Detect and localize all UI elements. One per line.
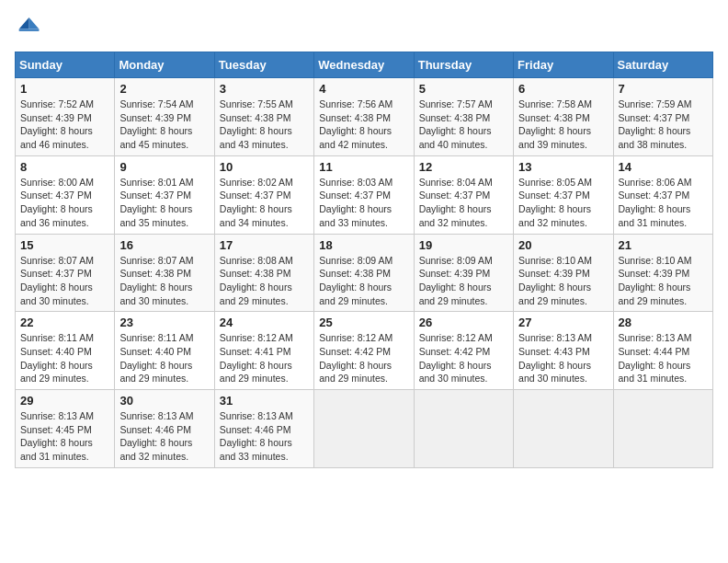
day-number: 29 [20, 394, 109, 408]
day-number: 31 [220, 394, 309, 408]
header-thursday: Thursday [414, 52, 513, 78]
calendar-cell: 13Sunrise: 8:05 AMSunset: 4:37 PMDayligh… [514, 155, 613, 234]
calendar-cell: 8Sunrise: 8:00 AMSunset: 4:37 PMDaylight… [16, 155, 115, 234]
cell-info: Sunrise: 8:13 AMSunset: 4:44 PMDaylight:… [619, 331, 708, 385]
header-sunday: Sunday [16, 52, 115, 78]
day-number: 6 [518, 82, 608, 96]
calendar-cell: 14Sunrise: 8:06 AMSunset: 4:37 PMDayligh… [613, 155, 712, 234]
calendar-cell [613, 390, 712, 468]
calendar-cell: 20Sunrise: 8:10 AMSunset: 4:39 PMDayligh… [514, 234, 613, 312]
calendar-week-3: 15Sunrise: 8:07 AMSunset: 4:37 PMDayligh… [16, 234, 713, 312]
day-number: 10 [220, 160, 309, 174]
day-number: 8 [20, 160, 109, 174]
cell-info: Sunrise: 8:07 AMSunset: 4:37 PMDaylight:… [20, 254, 109, 308]
header-friday: Friday [514, 52, 613, 78]
calendar-cell: 30Sunrise: 8:13 AMSunset: 4:46 PMDayligh… [115, 390, 214, 468]
day-number: 26 [419, 316, 508, 329]
day-number: 15 [20, 238, 109, 252]
day-number: 28 [619, 316, 708, 329]
calendar-cell [414, 390, 513, 468]
calendar-week-4: 22Sunrise: 8:11 AMSunset: 4:40 PMDayligh… [16, 312, 713, 390]
header-monday: Monday [115, 52, 214, 78]
calendar-cell: 1Sunrise: 7:52 AMSunset: 4:39 PMDaylight… [16, 78, 115, 156]
cell-info: Sunrise: 8:12 AMSunset: 4:41 PMDaylight:… [220, 331, 309, 385]
cell-info: Sunrise: 7:59 AMSunset: 4:37 PMDaylight:… [619, 98, 708, 152]
calendar-cell: 25Sunrise: 8:12 AMSunset: 4:42 PMDayligh… [314, 312, 414, 390]
cell-info: Sunrise: 8:00 AMSunset: 4:37 PMDaylight:… [20, 176, 109, 230]
cell-info: Sunrise: 8:02 AMSunset: 4:37 PMDaylight:… [220, 176, 309, 230]
cell-info: Sunrise: 8:10 AMSunset: 4:39 PMDaylight:… [518, 254, 608, 308]
logo-icon [15, 15, 40, 40]
day-number: 7 [619, 82, 708, 96]
day-number: 2 [119, 82, 209, 96]
day-number: 16 [119, 238, 209, 252]
calendar-cell: 27Sunrise: 8:13 AMSunset: 4:43 PMDayligh… [514, 312, 613, 390]
calendar-cell: 7Sunrise: 7:59 AMSunset: 4:37 PMDaylight… [613, 78, 712, 156]
day-number: 30 [119, 394, 209, 408]
calendar-cell: 4Sunrise: 7:56 AMSunset: 4:38 PMDaylight… [314, 78, 414, 156]
calendar-table: SundayMondayTuesdayWednesdayThursdayFrid… [15, 52, 713, 468]
cell-info: Sunrise: 8:10 AMSunset: 4:39 PMDaylight:… [619, 254, 708, 308]
calendar-cell: 29Sunrise: 8:13 AMSunset: 4:45 PMDayligh… [16, 390, 115, 468]
calendar-cell: 22Sunrise: 8:11 AMSunset: 4:40 PMDayligh… [16, 312, 115, 390]
calendar-cell: 23Sunrise: 8:11 AMSunset: 4:40 PMDayligh… [115, 312, 214, 390]
calendar-cell: 15Sunrise: 8:07 AMSunset: 4:37 PMDayligh… [16, 234, 115, 312]
cell-info: Sunrise: 8:11 AMSunset: 4:40 PMDaylight:… [119, 331, 209, 385]
day-number: 1 [20, 82, 109, 96]
cell-info: Sunrise: 8:12 AMSunset: 4:42 PMDaylight:… [319, 331, 408, 385]
cell-info: Sunrise: 8:01 AMSunset: 4:37 PMDaylight:… [119, 176, 209, 230]
calendar-cell: 2Sunrise: 7:54 AMSunset: 4:39 PMDaylight… [115, 78, 214, 156]
calendar-cell: 24Sunrise: 8:12 AMSunset: 4:41 PMDayligh… [214, 312, 313, 390]
calendar-header-row: SundayMondayTuesdayWednesdayThursdayFrid… [16, 52, 713, 78]
calendar-cell: 18Sunrise: 8:09 AMSunset: 4:38 PMDayligh… [314, 234, 414, 312]
svg-marker-0 [29, 17, 40, 29]
calendar-cell: 12Sunrise: 8:04 AMSunset: 4:37 PMDayligh… [414, 155, 513, 234]
header-wednesday: Wednesday [314, 52, 414, 78]
calendar-cell: 21Sunrise: 8:10 AMSunset: 4:39 PMDayligh… [613, 234, 712, 312]
day-number: 18 [319, 238, 408, 252]
cell-info: Sunrise: 8:06 AMSunset: 4:37 PMDaylight:… [619, 176, 708, 230]
header-saturday: Saturday [613, 52, 712, 78]
cell-info: Sunrise: 8:12 AMSunset: 4:42 PMDaylight:… [419, 331, 508, 385]
calendar-week-2: 8Sunrise: 8:00 AMSunset: 4:37 PMDaylight… [16, 155, 713, 234]
cell-info: Sunrise: 7:54 AMSunset: 4:39 PMDaylight:… [119, 98, 209, 152]
day-number: 14 [619, 160, 708, 174]
cell-info: Sunrise: 8:13 AMSunset: 4:45 PMDaylight:… [20, 409, 109, 464]
calendar-cell: 9Sunrise: 8:01 AMSunset: 4:37 PMDaylight… [115, 155, 214, 234]
logo [15, 15, 44, 40]
day-number: 13 [518, 160, 608, 174]
day-number: 23 [119, 316, 209, 329]
day-number: 19 [419, 238, 508, 252]
calendar-cell [514, 390, 613, 468]
cell-info: Sunrise: 8:08 AMSunset: 4:38 PMDaylight:… [220, 254, 309, 308]
day-number: 9 [119, 160, 209, 174]
calendar-cell: 3Sunrise: 7:55 AMSunset: 4:38 PMDaylight… [214, 78, 313, 156]
day-number: 24 [220, 316, 309, 329]
cell-info: Sunrise: 7:55 AMSunset: 4:38 PMDaylight:… [220, 98, 309, 152]
cell-info: Sunrise: 7:58 AMSunset: 4:38 PMDaylight:… [518, 98, 608, 152]
day-number: 3 [220, 82, 309, 96]
calendar-week-1: 1Sunrise: 7:52 AMSunset: 4:39 PMDaylight… [16, 78, 713, 156]
svg-marker-1 [19, 17, 29, 29]
cell-info: Sunrise: 8:09 AMSunset: 4:39 PMDaylight:… [419, 254, 508, 308]
day-number: 20 [518, 238, 608, 252]
cell-info: Sunrise: 8:09 AMSunset: 4:38 PMDaylight:… [319, 254, 408, 308]
day-number: 27 [518, 316, 608, 329]
page-header [15, 15, 713, 40]
calendar-cell: 31Sunrise: 8:13 AMSunset: 4:46 PMDayligh… [214, 390, 313, 468]
day-number: 5 [419, 82, 508, 96]
calendar-cell: 26Sunrise: 8:12 AMSunset: 4:42 PMDayligh… [414, 312, 513, 390]
cell-info: Sunrise: 8:13 AMSunset: 4:46 PMDaylight:… [220, 409, 309, 464]
svg-rect-2 [19, 29, 40, 31]
cell-info: Sunrise: 8:05 AMSunset: 4:37 PMDaylight:… [518, 176, 608, 230]
cell-info: Sunrise: 8:07 AMSunset: 4:38 PMDaylight:… [119, 254, 209, 308]
cell-info: Sunrise: 7:57 AMSunset: 4:38 PMDaylight:… [419, 98, 508, 152]
calendar-cell: 6Sunrise: 7:58 AMSunset: 4:38 PMDaylight… [514, 78, 613, 156]
cell-info: Sunrise: 8:03 AMSunset: 4:37 PMDaylight:… [319, 176, 408, 230]
cell-info: Sunrise: 7:52 AMSunset: 4:39 PMDaylight:… [20, 98, 109, 152]
calendar-cell: 11Sunrise: 8:03 AMSunset: 4:37 PMDayligh… [314, 155, 414, 234]
day-number: 21 [619, 238, 708, 252]
calendar-cell: 10Sunrise: 8:02 AMSunset: 4:37 PMDayligh… [214, 155, 313, 234]
calendar-cell: 16Sunrise: 8:07 AMSunset: 4:38 PMDayligh… [115, 234, 214, 312]
calendar-cell [314, 390, 414, 468]
